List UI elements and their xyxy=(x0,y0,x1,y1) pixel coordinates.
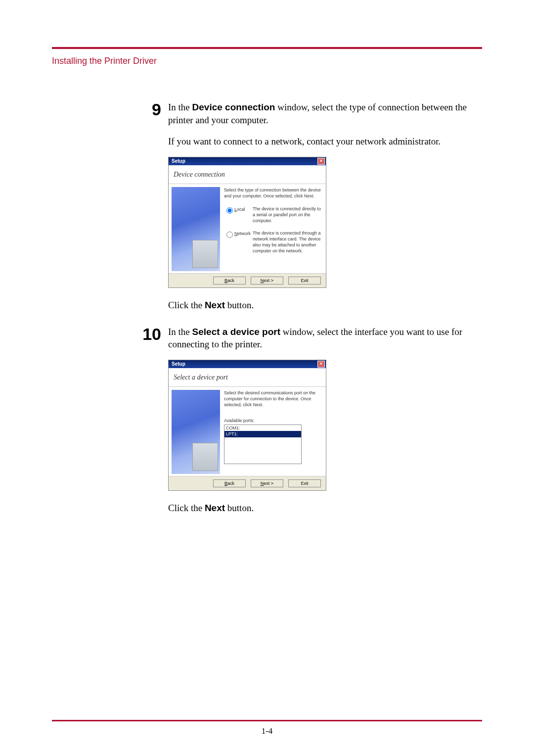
printer-illustration xyxy=(172,187,220,271)
text: Click the xyxy=(168,503,205,513)
close-icon[interactable]: × xyxy=(317,158,325,165)
text: button. xyxy=(225,300,254,310)
bottom-divider xyxy=(52,720,482,721)
content: 9 In the Device connection window, selec… xyxy=(52,101,482,720)
radio-network[interactable]: Network xyxy=(224,231,251,236)
step-9-text-2: If you want to connect to a network, con… xyxy=(168,135,482,148)
text: Click the xyxy=(168,300,205,310)
top-divider xyxy=(52,47,482,49)
radio-network-desc: The device is connected through a networ… xyxy=(253,230,322,254)
printer-illustration xyxy=(172,390,220,474)
bold-text: Next xyxy=(205,300,225,310)
radio-network-input[interactable] xyxy=(226,232,233,238)
back-button[interactable]: Back xyxy=(213,479,246,487)
dialog-heading: Device connection xyxy=(169,169,326,184)
list-item[interactable]: LPT1: xyxy=(224,431,301,437)
dialog-title: Setup xyxy=(172,361,185,368)
bold-text: Next xyxy=(205,503,225,513)
step-10-text-2: Click the Next button. xyxy=(168,502,482,515)
page-number: 1-4 xyxy=(52,726,482,736)
dialog-description: Select the type of connection between th… xyxy=(224,187,322,199)
next-button[interactable]: Next > xyxy=(251,277,283,284)
exit-button[interactable]: Exit xyxy=(288,479,321,487)
text: ocal xyxy=(237,207,245,212)
dialog-title: Setup xyxy=(172,158,185,165)
ports-label: Available ports: xyxy=(224,418,322,424)
text: etwork xyxy=(238,231,251,236)
next-button[interactable]: Next > xyxy=(251,479,283,487)
back-button[interactable]: Back xyxy=(213,277,246,284)
device-connection-dialog: Setup × Device connection Select the typ… xyxy=(168,157,326,288)
list-item[interactable]: COM1: xyxy=(224,425,301,431)
select-port-dialog: Setup × Select a device port Select the … xyxy=(168,360,326,491)
step-number: 10 xyxy=(141,326,168,342)
radio-local-desc: The device is connected directly to a se… xyxy=(253,206,322,224)
bold-text: Device connection xyxy=(192,102,275,112)
step-9-text-3: Click the Next button. xyxy=(168,299,482,312)
step-10: 10 In the Select a device port window, s… xyxy=(141,326,482,523)
step-9: 9 In the Device connection window, selec… xyxy=(141,101,482,321)
bold-text: Select a device port xyxy=(192,327,280,337)
section-title: Installing the Printer Driver xyxy=(52,56,482,66)
text: In the xyxy=(168,327,192,337)
exit-button[interactable]: Exit xyxy=(288,277,321,284)
ports-listbox[interactable]: COM1: LPT1: xyxy=(224,425,302,464)
text: button. xyxy=(225,503,254,513)
dialog-heading: Select a device port xyxy=(169,372,326,387)
dialog-description: Select the desired communications port o… xyxy=(224,390,322,408)
step-10-text-1: In the Select a device port window, sele… xyxy=(168,326,482,351)
step-9-text-1: In the Device connection window, select … xyxy=(168,101,482,126)
step-number: 9 xyxy=(141,101,168,118)
close-icon[interactable]: × xyxy=(317,361,325,368)
radio-local-input[interactable] xyxy=(226,207,233,214)
text: In the xyxy=(168,102,192,112)
radio-local[interactable]: Local xyxy=(224,207,245,212)
